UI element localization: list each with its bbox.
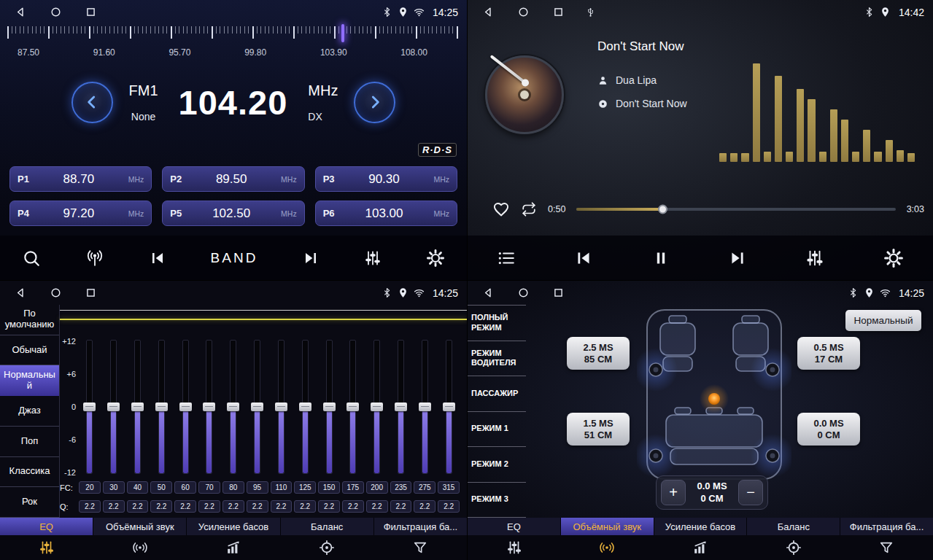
- band-button[interactable]: BAND: [211, 250, 258, 266]
- speaker-delay-button[interactable]: 2.5 MS 85 CM: [567, 337, 630, 370]
- recents-button[interactable]: [552, 287, 565, 299]
- eq-preset-item[interactable]: По умолчанию: [0, 305, 59, 335]
- bass-tab-icon[interactable]: [187, 535, 280, 560]
- eq-band-slider[interactable]: [390, 340, 412, 474]
- frequency-scale[interactable]: 87.5091.6095.7099.80103.90108.00: [7, 26, 460, 60]
- eq-preset-item[interactable]: Обычай: [0, 335, 59, 366]
- slider-handle[interactable]: [347, 402, 359, 411]
- preset-button[interactable]: P4 97.20 MHz: [9, 201, 152, 226]
- decrease-delay-button[interactable]: −: [738, 480, 763, 505]
- speaker-delay-button[interactable]: 1.5 MS 51 CM: [567, 413, 630, 446]
- eq-band-slider[interactable]: [414, 340, 435, 474]
- eq-band-slider[interactable]: [438, 340, 460, 474]
- broadcast-button[interactable]: [85, 249, 104, 268]
- eq-band-slider[interactable]: [174, 340, 196, 474]
- eq-preset-item[interactable]: Поп: [0, 427, 59, 457]
- audio-tab[interactable]: EQ: [468, 518, 561, 535]
- eq-band-slider[interactable]: [247, 340, 268, 474]
- filter-tab-icon[interactable]: [840, 535, 933, 560]
- mode-item[interactable]: ПАССАЖИР: [468, 376, 526, 412]
- slider-handle[interactable]: [419, 402, 431, 411]
- surround-tab-icon[interactable]: [93, 535, 187, 560]
- slider-handle[interactable]: [251, 402, 263, 411]
- previous-station-button[interactable]: [149, 249, 166, 267]
- seek-bar[interactable]: [576, 208, 895, 211]
- recents-button[interactable]: [552, 6, 565, 18]
- equalizer-button[interactable]: [805, 249, 824, 268]
- speaker-delay-button[interactable]: 0.0 MS 0 CM: [797, 413, 860, 446]
- eq-tab-icon[interactable]: [468, 535, 561, 560]
- audio-tab[interactable]: Объёмный звук: [93, 518, 187, 535]
- next-track-button[interactable]: [728, 249, 747, 268]
- home-button[interactable]: [50, 6, 62, 18]
- bass-tab-icon[interactable]: [654, 535, 747, 560]
- tuning-indicator[interactable]: [341, 24, 344, 42]
- preset-button[interactable]: P6 103.00 MHz: [315, 201, 457, 226]
- eq-preset-item[interactable]: Рок: [0, 487, 59, 518]
- previous-track-button[interactable]: [574, 249, 593, 268]
- home-button[interactable]: [50, 287, 62, 299]
- album-art[interactable]: [485, 55, 564, 134]
- audio-tab[interactable]: Объёмный звук: [561, 518, 654, 535]
- eq-band-slider[interactable]: [79, 340, 101, 474]
- recents-button[interactable]: [85, 6, 97, 18]
- eq-band-slider[interactable]: [222, 340, 244, 474]
- slider-handle[interactable]: [131, 402, 144, 411]
- slider-handle[interactable]: [107, 402, 120, 411]
- balance-tab-icon[interactable]: [747, 535, 840, 560]
- back-button[interactable]: [482, 6, 495, 18]
- audio-tab[interactable]: Баланс: [747, 518, 840, 535]
- tune-up-button[interactable]: [354, 82, 395, 123]
- preset-button[interactable]: P3 90.30 MHz: [315, 166, 457, 192]
- back-button[interactable]: [482, 287, 495, 299]
- eq-band-slider[interactable]: [127, 340, 149, 474]
- eq-preset-item[interactable]: Джаз: [0, 396, 59, 427]
- eq-tab-icon[interactable]: [0, 535, 93, 560]
- balance-tab-icon[interactable]: [280, 535, 373, 560]
- slider-handle[interactable]: [443, 402, 455, 411]
- mode-item[interactable]: РЕЖИМ 3: [468, 483, 526, 518]
- increase-delay-button[interactable]: +: [661, 480, 686, 505]
- back-button[interactable]: [15, 287, 27, 299]
- pause-button[interactable]: [652, 249, 670, 267]
- slider-handle[interactable]: [155, 402, 168, 411]
- eq-band-slider[interactable]: [294, 340, 316, 474]
- eq-band-slider[interactable]: [271, 340, 293, 474]
- eq-preset-item[interactable]: Нормальный: [0, 365, 59, 396]
- preset-button[interactable]: P1 88.70 MHz: [9, 166, 152, 192]
- audio-tab[interactable]: Фильтрация ба...: [374, 518, 467, 535]
- mode-item[interactable]: РЕЖИМ ВОДИТЕЛЯ: [468, 341, 526, 377]
- repeat-button[interactable]: [521, 201, 537, 217]
- seek-knob[interactable]: [658, 205, 667, 214]
- eq-band-slider[interactable]: [150, 340, 172, 474]
- surround-tab-icon[interactable]: [561, 535, 654, 560]
- preset-button[interactable]: P2 89.50 MHz: [162, 166, 304, 192]
- slider-handle[interactable]: [275, 402, 287, 411]
- slider-handle[interactable]: [83, 402, 96, 411]
- sound-preset-button[interactable]: Нормальный: [845, 310, 921, 331]
- settings-button[interactable]: [426, 249, 445, 268]
- mode-item[interactable]: РЕЖИМ 1: [468, 412, 526, 448]
- speaker-delay-button[interactable]: 0.5 MS 17 CM: [797, 337, 860, 370]
- preset-button[interactable]: P5 102.50 MHz: [162, 201, 304, 226]
- slider-handle[interactable]: [371, 402, 383, 411]
- eq-preset-item[interactable]: Классика: [0, 457, 59, 488]
- settings-button[interactable]: [883, 248, 904, 268]
- audio-tab[interactable]: Фильтрация ба...: [840, 518, 933, 535]
- filter-tab-icon[interactable]: [373, 535, 467, 560]
- slider-handle[interactable]: [203, 402, 215, 411]
- mode-item[interactable]: РЕЖИМ 2: [468, 447, 526, 483]
- eq-band-slider[interactable]: [366, 340, 388, 474]
- playlist-button[interactable]: [497, 249, 516, 268]
- eq-band-slider[interactable]: [198, 340, 220, 474]
- eq-band-slider[interactable]: [318, 340, 340, 474]
- slider-handle[interactable]: [395, 402, 407, 411]
- eq-band-slider[interactable]: [342, 340, 364, 474]
- slider-handle[interactable]: [179, 402, 192, 411]
- slider-handle[interactable]: [299, 402, 311, 411]
- equalizer-button[interactable]: [364, 249, 382, 267]
- audio-tab[interactable]: EQ: [0, 518, 93, 535]
- audio-tab[interactable]: Усиление басов: [654, 518, 748, 535]
- eq-band-slider[interactable]: [103, 340, 125, 474]
- back-button[interactable]: [15, 6, 27, 18]
